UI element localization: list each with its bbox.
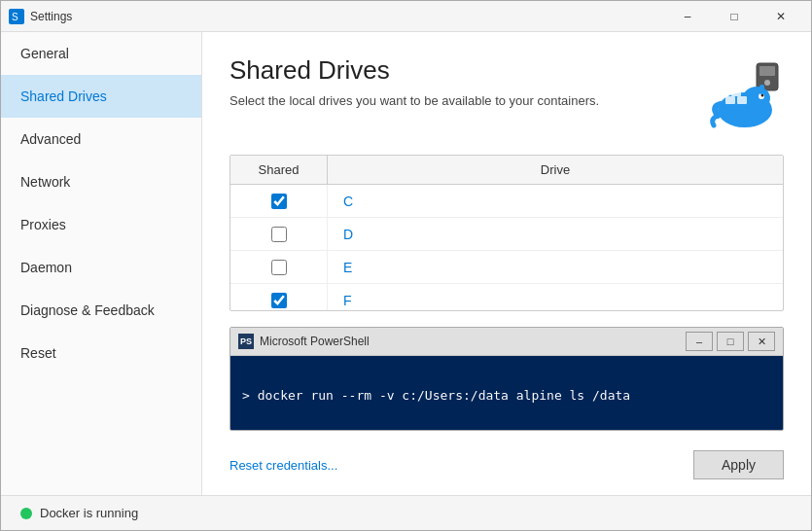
- powershell-icon: PS: [238, 334, 254, 349]
- docker-logo: [706, 55, 784, 133]
- svg-rect-10: [725, 96, 735, 104]
- drive-c-checkbox-cell[interactable]: [230, 185, 328, 217]
- svg-point-4: [764, 80, 770, 86]
- drive-e-letter: E: [328, 260, 783, 275]
- docker-status-text: Docker is running: [40, 506, 138, 520]
- sidebar-item-proxies[interactable]: Proxies: [1, 203, 201, 246]
- svg-text:S: S: [12, 12, 18, 22]
- close-button[interactable]: ✕: [759, 1, 803, 32]
- drive-d-checkbox-cell[interactable]: [230, 218, 328, 250]
- drive-d-checkbox[interactable]: [271, 227, 287, 242]
- drive-c-checkbox[interactable]: [271, 194, 287, 209]
- app-icon: S: [9, 9, 24, 24]
- table-row: E: [230, 251, 783, 284]
- drive-f-checkbox[interactable]: [271, 293, 287, 308]
- apply-button[interactable]: Apply: [693, 450, 784, 479]
- drive-d-letter: D: [328, 227, 783, 242]
- window-title: Settings: [30, 10, 665, 23]
- docker-status-dot: [20, 508, 32, 519]
- sidebar-item-reset[interactable]: Reset: [1, 332, 201, 374]
- ps-maximize-button[interactable]: □: [717, 332, 744, 351]
- table-row: C: [230, 185, 783, 218]
- col-shared-header: Shared: [230, 156, 328, 184]
- table-header: Shared Drive: [230, 156, 783, 185]
- powershell-title: Microsoft PowerShell: [260, 335, 680, 348]
- svg-rect-3: [759, 66, 775, 76]
- sidebar-item-daemon[interactable]: Daemon: [1, 246, 201, 289]
- table-row: F: [230, 284, 783, 311]
- powershell-command: > docker run --rm -v c:/Users:/data alpi…: [242, 388, 630, 403]
- drive-e-checkbox[interactable]: [271, 260, 287, 275]
- page-description: Select the local drives you want to be a…: [229, 91, 599, 111]
- minimize-button[interactable]: –: [665, 1, 710, 32]
- main-header: Shared Drives Select the local drives yo…: [229, 55, 784, 133]
- sidebar: General Shared Drives Advanced Network P…: [1, 32, 202, 495]
- powershell-window: PS Microsoft PowerShell – □ ✕ > docker r…: [229, 327, 784, 431]
- ps-close-button[interactable]: ✕: [748, 332, 775, 351]
- main-panel: Shared Drives Select the local drives yo…: [202, 32, 811, 495]
- table-row: D: [230, 218, 783, 251]
- settings-window: S Settings – □ ✕ General Shared Drives A…: [0, 0, 812, 531]
- col-drive-header: Drive: [328, 156, 783, 184]
- svg-rect-9: [759, 85, 764, 94]
- sidebar-item-general[interactable]: General: [1, 32, 201, 75]
- sidebar-item-network[interactable]: Network: [1, 160, 201, 203]
- svg-rect-12: [731, 88, 741, 96]
- sidebar-item-advanced[interactable]: Advanced: [1, 118, 201, 160]
- header-left: Shared Drives Select the local drives yo…: [229, 55, 599, 111]
- svg-point-6: [743, 87, 770, 110]
- svg-rect-11: [737, 96, 747, 104]
- drive-f-letter: F: [328, 293, 783, 308]
- powershell-body: > docker run --rm -v c:/Users:/data alpi…: [230, 356, 783, 431]
- content-area: General Shared Drives Advanced Network P…: [1, 32, 811, 495]
- powershell-titlebar: PS Microsoft PowerShell – □ ✕: [230, 328, 783, 356]
- window-controls: – □ ✕: [665, 1, 803, 32]
- drive-e-checkbox-cell[interactable]: [230, 251, 328, 283]
- powershell-controls: – □ ✕: [686, 332, 775, 351]
- drives-table: Shared Drive C D: [229, 155, 784, 311]
- ps-minimize-button[interactable]: –: [686, 332, 713, 351]
- maximize-button[interactable]: □: [712, 1, 757, 32]
- page-title: Shared Drives: [229, 55, 599, 86]
- titlebar: S Settings – □ ✕: [1, 1, 811, 32]
- sidebar-item-diagnose[interactable]: Diagnose & Feedback: [1, 289, 201, 332]
- drive-c-letter: C: [328, 194, 783, 209]
- reset-credentials-link[interactable]: Reset credentials...: [229, 458, 337, 473]
- sidebar-item-shared-drives[interactable]: Shared Drives: [1, 75, 201, 118]
- drive-f-checkbox-cell[interactable]: [230, 284, 328, 311]
- status-bar: Docker is running: [1, 495, 811, 530]
- footer: Reset credentials... Apply: [229, 446, 784, 479]
